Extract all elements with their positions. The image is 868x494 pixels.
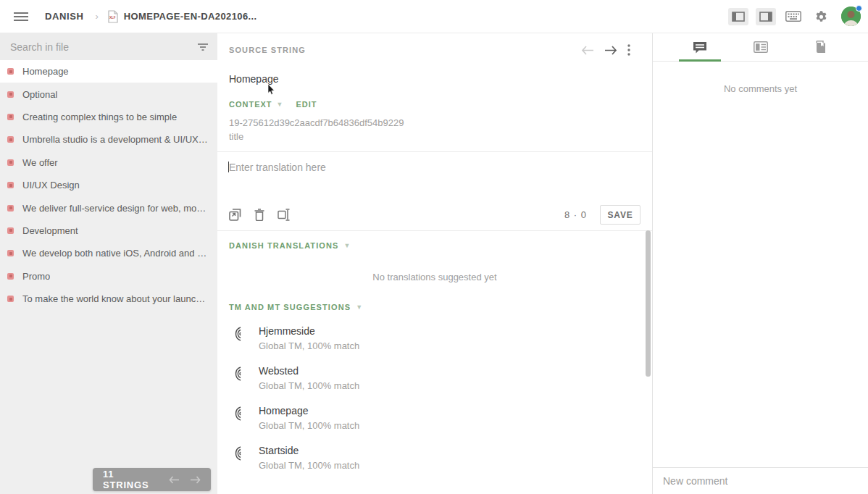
clear-translation-trash-icon[interactable]: [254, 209, 264, 221]
string-list-item[interactable]: Optional: [0, 83, 217, 105]
breadcrumb-file[interactable]: XLF HOMEPAGE-EN-DA202106...: [107, 10, 257, 23]
save-button[interactable]: SAVE: [600, 205, 640, 225]
tm-suggestion-icon: [229, 326, 246, 342]
string-id: 19-275612d39c2aacdf7b64836df54b9229: [229, 117, 640, 128]
string-list-item[interactable]: Homepage: [0, 60, 217, 83]
app-window: DANISH › XLF HOMEPAGE-EN-DA202106...: [0, 0, 868, 494]
untranslated-status-icon: [7, 114, 14, 120]
string-label: We develop both native iOS, Android and …: [22, 248, 209, 259]
context-value: title: [229, 131, 640, 151]
translations-caret-icon[interactable]: ▼: [343, 242, 350, 249]
string-label: Umbrella studio is a development & UI/UX…: [22, 134, 209, 145]
xlf-file-icon: XLF: [107, 10, 119, 23]
more-options-kebab-icon[interactable]: [627, 44, 630, 56]
string-list-item[interactable]: To make the world know about your launch…: [0, 288, 217, 310]
breadcrumb-language[interactable]: DANISH: [45, 11, 83, 22]
select-text-icon[interactable]: [277, 209, 291, 221]
topbar: DANISH › XLF HOMEPAGE-EN-DA202106...: [0, 0, 868, 33]
untranslated-status-icon: [7, 296, 14, 302]
tm-suggestion-item[interactable]: Websted Global TM, 100% match: [229, 365, 640, 391]
untranslated-status-icon: [7, 159, 14, 166]
tm-suggestion-item[interactable]: Startside Global TM, 100% match: [229, 445, 640, 471]
suggestion-meta: Global TM, 100% match: [259, 340, 359, 351]
suggestions-section-header[interactable]: TM AND MT SUGGESTIONS: [229, 303, 351, 311]
translations-section-header[interactable]: DANISH TRANSLATIONS: [229, 241, 338, 250]
editor-panel: SOURCE STRING Homepage: [217, 33, 652, 494]
tm-suggestion-item[interactable]: Hjemmeside Global TM, 100% match: [229, 325, 640, 351]
editor-scrollbar-thumb[interactable]: [646, 230, 651, 377]
source-text: Homepage: [229, 73, 640, 85]
divider: [217, 230, 652, 231]
untranslated-status-icon: [7, 68, 14, 75]
suggestion-meta: Global TM, 100% match: [259, 420, 359, 431]
breadcrumb-separator-icon: ›: [95, 11, 98, 22]
string-list-item[interactable]: We develop both native iOS, Android and …: [0, 242, 217, 264]
layout-left-panel-button[interactable]: [728, 8, 748, 25]
terms-card-icon: [754, 41, 768, 53]
no-comments-text: No comments yet: [653, 83, 868, 94]
tab-search-tm[interactable]: [790, 33, 851, 61]
context-toggle[interactable]: CONTEXT: [229, 100, 272, 109]
edit-context-button[interactable]: EDIT: [296, 100, 317, 109]
untranslated-status-icon: [7, 91, 14, 98]
next-string-icon[interactable]: [190, 476, 201, 484]
untranslated-status-icon: [7, 227, 14, 234]
next-arrow-icon[interactable]: [604, 46, 617, 55]
suggestion-text: Websted: [259, 365, 359, 377]
search-input[interactable]: [10, 41, 197, 53]
tm-suggestion-icon: [229, 366, 246, 382]
translation-input[interactable]: Enter translation here: [229, 162, 640, 204]
string-label: Optional: [22, 89, 57, 100]
string-label: We deliver full-service design for web, …: [22, 203, 209, 214]
string-list-item[interactable]: Development: [0, 219, 217, 242]
string-label: Development: [22, 225, 78, 236]
previous-arrow-icon[interactable]: [581, 46, 594, 55]
text-caret: [228, 162, 229, 172]
string-list-item[interactable]: We deliver full-service design for web, …: [0, 196, 217, 219]
suggestion-text: Startside: [259, 445, 359, 456]
string-list-item[interactable]: We offer: [0, 151, 217, 174]
string-label: We offer: [22, 157, 58, 168]
side-panel-tabs: [653, 33, 868, 62]
new-comment-bar: [653, 467, 868, 494]
layout-right-panel-button[interactable]: [756, 8, 776, 25]
comments-panel: No comments yet: [652, 33, 868, 494]
mouse-cursor: [267, 84, 275, 96]
string-label: Creating complex things to be simple: [22, 112, 177, 122]
suggestion-meta: Global TM, 100% match: [259, 380, 359, 391]
string-label: UI/UX Design: [22, 180, 80, 191]
string-list-item[interactable]: Umbrella studio is a development & UI/UX…: [0, 128, 217, 151]
breadcrumb-file-name: HOMEPAGE-EN-DA202106...: [124, 11, 257, 22]
char-counter: 8 · 0: [564, 209, 587, 220]
untranslated-status-icon: [7, 136, 14, 143]
string-list: Homepage Optional Creating complex thing…: [0, 60, 217, 494]
string-label: Promo: [22, 271, 50, 282]
untranslated-status-icon: [7, 182, 14, 188]
new-comment-input[interactable]: [663, 475, 858, 487]
suggestions-caret-icon[interactable]: ▼: [356, 303, 362, 311]
source-string-header: SOURCE STRING: [229, 46, 306, 54]
previous-string-icon[interactable]: [169, 476, 180, 484]
string-list-item[interactable]: Promo: [0, 265, 217, 288]
strings-sidebar: Homepage Optional Creating complex thing…: [0, 33, 217, 494]
no-translations-text: No translations suggested yet: [229, 272, 640, 282]
tm-suggestion-item[interactable]: Homepage Global TM, 100% match: [229, 405, 640, 431]
string-list-item[interactable]: Creating complex things to be simple: [0, 106, 217, 128]
settings-gear-icon[interactable]: [811, 8, 831, 25]
string-label: Homepage: [22, 66, 69, 77]
string-list-item[interactable]: UI/UX Design: [0, 174, 217, 196]
keyboard-shortcuts-icon[interactable]: [783, 8, 804, 25]
menu-hamburger-icon[interactable]: [9, 6, 33, 28]
tab-comments[interactable]: [669, 33, 730, 61]
filter-icon[interactable]: [197, 43, 209, 51]
copy-source-icon[interactable]: [229, 209, 241, 221]
tab-terms[interactable]: [730, 33, 791, 61]
suggestion-text: Hjemmeside: [259, 325, 359, 337]
suggestion-list: Hjemmeside Global TM, 100% match Websted: [229, 325, 640, 471]
suggestion-meta: Global TM, 100% match: [259, 460, 359, 471]
suggestion-text: Homepage: [259, 405, 359, 416]
context-caret-icon[interactable]: ▼: [277, 101, 283, 108]
svg-text:XLF: XLF: [109, 16, 116, 20]
user-avatar[interactable]: [841, 7, 861, 26]
translation-box: Enter translation here 8 · 0 SAVE: [217, 152, 652, 230]
